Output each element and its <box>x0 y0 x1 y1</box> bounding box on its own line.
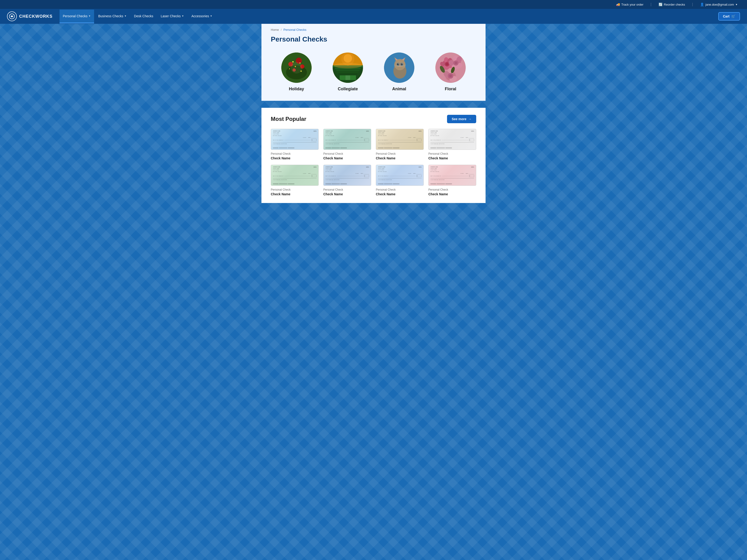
product-card-p7[interactable]: JENNIFER LANE JOHN B. LANE 123 MY STREET… <box>376 165 424 196</box>
svg-rect-21 <box>338 73 357 75</box>
product-subtitle-p6: Personal Check <box>323 188 371 191</box>
cart-button[interactable]: Cart 🛒 <box>718 12 740 21</box>
nav-desk-checks[interactable]: Desk Checks <box>131 9 156 23</box>
holiday-image <box>281 53 312 83</box>
product-name-p1: Check Name <box>271 156 319 160</box>
svg-rect-20 <box>337 72 358 73</box>
product-name-p2: Check Name <box>323 156 371 160</box>
svg-rect-19 <box>336 70 360 71</box>
nav-personal-checks[interactable]: Personal Checks ▼ <box>59 9 94 23</box>
category-animal-label: Animal <box>392 86 406 91</box>
category-animal[interactable]: Animal <box>384 53 414 91</box>
product-subtitle-p4: Personal Check <box>428 152 476 155</box>
svg-point-1 <box>11 16 12 17</box>
user-chevron-icon: ▼ <box>735 3 738 6</box>
product-image-p8: JENNIFER LANE JOHN B. LANE 123 MY STREET… <box>428 165 476 186</box>
breadcrumb-section: Home / Personal Checks <box>261 24 486 33</box>
personal-checks-chevron-icon: ▼ <box>88 15 91 17</box>
breadcrumb-home-link[interactable]: Home <box>271 28 279 31</box>
floral-image <box>435 53 466 83</box>
truck-icon: 🚚 <box>616 3 620 6</box>
category-floral[interactable]: Floral <box>435 53 466 91</box>
svg-point-13 <box>289 69 290 69</box>
category-collegiate-circle <box>333 53 363 83</box>
product-card-p2[interactable]: JENNIFER LANE JOHN B. LANE 123 MY STREET… <box>323 129 371 160</box>
product-card-p3[interactable]: JENNIFER LANE JOHN B. LANE 123 MY STREET… <box>376 129 424 160</box>
collegiate-image <box>333 53 363 83</box>
product-image-p5: JENNIFER LANE JOHN B. LANE 123 MY STREET… <box>271 165 319 186</box>
product-name-p4: Check Name <box>428 156 476 160</box>
user-account-menu[interactable]: 👤 jane.doe@gmail.com ▼ <box>700 3 738 6</box>
svg-point-9 <box>292 61 294 62</box>
product-image-p7: JENNIFER LANE JOHN B. LANE 123 MY STREET… <box>376 165 424 186</box>
product-name-p8: Check Name <box>428 192 476 196</box>
cart-label: Cart <box>723 15 729 18</box>
product-subtitle-p2: Personal Check <box>323 152 371 155</box>
track-order-link[interactable]: 🚚 Track your order <box>616 3 644 6</box>
reorder-checks-label: Reorder checks <box>664 3 685 6</box>
nav-items: Personal Checks ▼ Business Checks ▼ Desk… <box>59 9 718 23</box>
section-gap <box>0 101 747 108</box>
category-collegiate[interactable]: Collegiate <box>333 53 363 91</box>
nav-desk-checks-label: Desk Checks <box>134 14 153 18</box>
track-order-label: Track your order <box>621 3 644 6</box>
nav-business-checks-label: Business Checks <box>98 14 123 18</box>
svg-point-14 <box>291 62 302 74</box>
svg-point-25 <box>344 54 352 62</box>
product-card-p8[interactable]: JENNIFER LANE JOHN B. LANE 123 MY STREET… <box>428 165 476 196</box>
logo-icon <box>7 11 17 21</box>
nav-accessories-label: Accessories <box>191 14 209 18</box>
product-subtitle-p8: Personal Check <box>428 188 476 191</box>
product-name-p5: Check Name <box>271 192 319 196</box>
product-name-p6: Check Name <box>323 192 371 196</box>
cart-icon: 🛒 <box>731 15 735 18</box>
breadcrumb: Home / Personal Checks <box>271 28 476 31</box>
top-bar: 🚚 Track your order | 🔄 Reorder checks | … <box>0 0 747 9</box>
logo-text: CHECKWORKS <box>19 14 53 19</box>
product-grid: JENNIFER LANE JOHN B. LANE 123 MY STREET… <box>271 129 476 196</box>
product-card-p4[interactable]: JENNIFER LANE JOHN B. LANE 123 MY STREET… <box>428 129 476 160</box>
product-image-p1: JENNIFER LANE JOHN B. LANE 123 MY STREET… <box>271 129 319 150</box>
product-card-p6[interactable]: JENNIFER LANE JOHN B. LANE 123 MY STREET… <box>323 165 371 196</box>
category-collegiate-label: Collegiate <box>338 86 358 91</box>
breadcrumb-separator: / <box>281 28 282 31</box>
product-name-p3: Check Name <box>376 156 424 160</box>
nav-business-checks[interactable]: Business Checks ▼ <box>95 9 130 23</box>
reorder-icon: 🔄 <box>659 3 663 6</box>
logo[interactable]: CHECKWORKS <box>7 11 53 21</box>
product-image-p6: JENNIFER LANE JOHN B. LANE 123 MY STREET… <box>323 165 371 186</box>
svg-point-26 <box>334 63 362 69</box>
see-more-arrow-icon: → <box>468 117 471 121</box>
category-holiday-label: Holiday <box>289 86 304 91</box>
page-content: Home / Personal Checks Personal Checks <box>261 24 486 101</box>
accessories-chevron-icon: ▼ <box>210 15 212 17</box>
category-animal-circle <box>384 53 414 83</box>
page-title-section: Personal Checks <box>261 33 486 48</box>
nav-laser-checks[interactable]: Laser Checks ▼ <box>158 9 187 23</box>
product-subtitle-p5: Personal Check <box>271 188 319 191</box>
reorder-checks-link[interactable]: 🔄 Reorder checks <box>659 3 685 6</box>
nav-accessories[interactable]: Accessories ▼ <box>188 9 215 23</box>
product-image-p3: JENNIFER LANE JOHN B. LANE 123 MY STREET… <box>376 129 424 150</box>
product-card-p1[interactable]: JENNIFER LANE JOHN B. LANE 123 MY STREET… <box>271 129 319 160</box>
category-floral-circle <box>435 53 466 83</box>
product-name-p7: Check Name <box>376 192 424 196</box>
see-more-button[interactable]: See more → <box>447 115 476 123</box>
main-navigation: CHECKWORKS Personal Checks ▼ Business Ch… <box>0 9 747 24</box>
section-header: Most Popular See more → <box>271 115 476 123</box>
category-holiday[interactable]: Holiday <box>281 53 312 91</box>
see-more-label: See more <box>452 117 466 121</box>
product-card-p5[interactable]: JENNIFER LANE JOHN B. LANE 123 MY STREET… <box>271 165 319 196</box>
business-checks-chevron-icon: ▼ <box>124 15 127 17</box>
svg-point-75 <box>435 53 466 83</box>
category-floral-label: Floral <box>445 86 456 91</box>
user-icon: 👤 <box>700 3 704 6</box>
most-popular-title: Most Popular <box>271 116 306 122</box>
svg-point-46 <box>396 61 404 65</box>
product-subtitle-p1: Personal Check <box>271 152 319 155</box>
product-subtitle-p7: Personal Check <box>376 188 424 191</box>
svg-rect-23 <box>345 75 350 80</box>
nav-personal-checks-label: Personal Checks <box>63 14 87 18</box>
product-subtitle-p3: Personal Check <box>376 152 424 155</box>
divider-2: | <box>692 2 693 6</box>
